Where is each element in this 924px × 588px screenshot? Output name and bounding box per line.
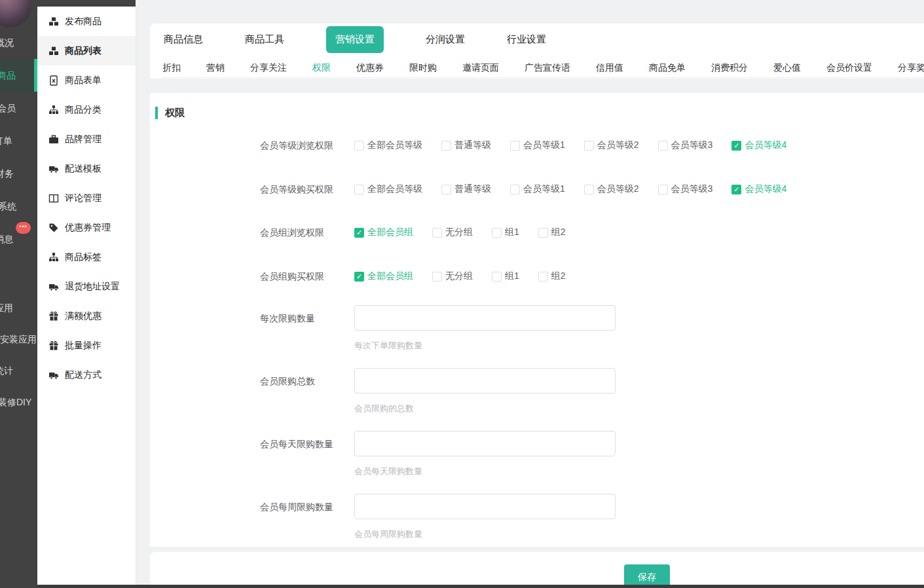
sidebar-item-install-app[interactable]: 安装应用 [0, 333, 37, 346]
checkbox-option[interactable]: 会员等级1 [510, 139, 565, 151]
checkbox-option[interactable]: ✓会员等级4 [731, 139, 786, 151]
checkbox-icon[interactable] [584, 141, 594, 151]
checkbox-icon[interactable] [354, 185, 364, 194]
tab-discount[interactable]: 折扣 [162, 60, 181, 77]
checkbox-icon[interactable] [510, 185, 520, 194]
checkbox-option[interactable]: 会员等级3 [658, 183, 713, 195]
member-total-limit-input[interactable] [354, 368, 616, 394]
checkbox-icon[interactable] [432, 228, 442, 238]
checkbox-option[interactable]: ✓全部会员组 [354, 227, 413, 238]
checkbox-option[interactable]: 普通等级 [441, 183, 491, 195]
checkbox-option[interactable]: ✓会员等级4 [731, 183, 786, 195]
tab-ad-slogan[interactable]: 广告宣传语 [525, 60, 570, 77]
checkbox-option[interactable]: 全部会员等级 [354, 139, 422, 151]
tab-flash-sale[interactable]: 限时购 [409, 60, 437, 77]
field-hint: 会员每天限购数量 [354, 466, 422, 477]
field-hint: 会员限购的总数 [354, 403, 414, 414]
menu-item-batch-operation[interactable]: 批量操作 [37, 331, 136, 360]
menu-item-shipping-template[interactable]: 配送模板 [37, 154, 136, 183]
sidebar-item-message[interactable]: 消息 [0, 232, 13, 246]
message-badge[interactable]: ••• [16, 222, 31, 234]
sidebar-item-product[interactable]: 商品 [0, 69, 16, 82]
tab-credit-value[interactable]: 信用值 [596, 60, 623, 77]
checkbox-icon[interactable] [538, 228, 548, 238]
sidebar-item-statistics[interactable]: 统计 [0, 364, 13, 377]
checkbox-options: 全部会员等级普通等级会员等级1会员等级2会员等级3✓会员等级4 [354, 138, 786, 153]
checkbox-checked-icon[interactable]: ✓ [354, 272, 364, 282]
checkbox-icon[interactable] [510, 141, 520, 151]
admin-screen: 概况商品会员订单财务系统消息应用安装应用统计装修DIY ••• 发布商品商品列表… [0, 0, 924, 588]
tab-marketing-settings[interactable]: 营销设置 [326, 26, 384, 53]
menu-item-product-form[interactable]: 商品表单 [37, 65, 136, 95]
gift-icon [48, 311, 59, 322]
menu-item-product-category[interactable]: 商品分类 [37, 95, 136, 124]
menu-item-brand-management[interactable]: 品牌管理 [37, 124, 136, 154]
checkbox-icon[interactable] [584, 185, 594, 194]
checkbox-icon[interactable] [538, 272, 548, 282]
checkbox-icon[interactable] [492, 272, 502, 282]
per-order-limit-input[interactable] [354, 305, 616, 331]
sidebar-item-finance[interactable]: 财务 [0, 167, 14, 180]
dark-sidebar: 概况商品会员订单财务系统消息应用安装应用统计装修DIY [0, 0, 37, 588]
sidebar-item-order[interactable]: 订单 [0, 134, 12, 147]
tab-member-price[interactable]: 会员价设置 [826, 60, 872, 77]
checkbox-icon[interactable] [658, 141, 668, 151]
menu-item-full-amount-discount[interactable]: 满额优惠 [37, 301, 136, 331]
checkbox-checked-icon[interactable]: ✓ [354, 228, 364, 238]
tab-coupon[interactable]: 优惠券 [356, 60, 384, 77]
tab-marketing[interactable]: 营销 [206, 60, 225, 77]
tab-profit-settings[interactable]: 分润设置 [426, 33, 465, 46]
checkbox-option[interactable]: 会员等级1 [510, 183, 565, 195]
checkbox-option[interactable]: 会员等级2 [584, 183, 639, 195]
menu-item-shipping-method[interactable]: 配送方式 [37, 360, 136, 390]
menu-item-label: 退货地址设置 [65, 281, 120, 293]
checkbox-icon[interactable] [441, 141, 451, 151]
tab-product-tools[interactable]: 商品工具 [245, 33, 284, 46]
checkbox-checked-icon[interactable]: ✓ [731, 141, 741, 151]
menu-item-return-address-settings[interactable]: 退货地址设置 [37, 272, 136, 301]
checkbox-option[interactable]: 组1 [492, 227, 519, 238]
menu-item-product-list[interactable]: 商品列表 [37, 36, 136, 65]
checkbox-option[interactable]: 组1 [492, 270, 519, 282]
sidebar-item-decorate-diy[interactable]: 装修DIY [0, 395, 31, 409]
checkbox-option[interactable]: 会员等级3 [658, 139, 713, 151]
checkbox-option[interactable]: 普通等级 [441, 139, 491, 151]
checkbox-icon[interactable] [441, 185, 451, 194]
checkbox-option[interactable]: 会员等级2 [584, 139, 639, 151]
checkbox-icon[interactable] [432, 272, 442, 282]
tab-permission[interactable]: 权限 [312, 60, 331, 77]
checkbox-icon[interactable] [354, 141, 364, 151]
sidebar-item-member[interactable]: 会员 [0, 101, 16, 115]
menu-sidebar: 发布商品商品列表商品表单商品分类品牌管理配送模板评论管理优惠券管理商品标签退货地… [37, 7, 136, 585]
menu-item-publish-product[interactable]: 发布商品 [37, 7, 136, 36]
checkbox-option[interactable]: 无分组 [432, 227, 473, 238]
tab-love-value[interactable]: 爱心值 [773, 60, 801, 77]
horizontal-scrollbar[interactable] [37, 585, 924, 588]
sidebar-item-overview[interactable]: 概况 [0, 36, 14, 49]
tab-product-free[interactable]: 商品免单 [649, 60, 686, 77]
sidebar-item-system[interactable]: 系统 [0, 200, 16, 213]
menu-item-coupon-management[interactable]: 优惠券管理 [37, 213, 136, 242]
member-daily-limit-input[interactable] [354, 431, 616, 456]
checkbox-option[interactable]: 组2 [538, 227, 566, 238]
tab-product-info[interactable]: 商品信息 [164, 33, 203, 46]
member-weekly-limit-input[interactable] [354, 494, 616, 519]
tab-invite-page[interactable]: 邀请页面 [462, 60, 499, 77]
tab-share-reward[interactable]: 分享奖 [898, 60, 924, 77]
checkbox-option[interactable]: ✓全部会员组 [354, 270, 413, 282]
section-title: 权限 [165, 107, 185, 119]
checkbox-option[interactable]: 全部会员等级 [354, 183, 422, 195]
checkbox-icon[interactable] [492, 228, 502, 238]
tab-consume-points[interactable]: 消费积分 [711, 60, 748, 77]
checkbox-option[interactable]: 组2 [538, 270, 566, 282]
checkbox-option[interactable]: 无分组 [432, 270, 473, 282]
avatar[interactable] [0, 0, 31, 28]
menu-item-label: 发布商品 [65, 16, 102, 28]
tab-share-follow[interactable]: 分享关注 [250, 60, 287, 77]
menu-item-comment-management[interactable]: 评论管理 [37, 183, 136, 213]
sidebar-item-app[interactable]: 应用 [0, 301, 13, 314]
checkbox-checked-icon[interactable]: ✓ [731, 185, 741, 194]
menu-item-product-tag[interactable]: 商品标签 [37, 242, 136, 272]
tab-industry-settings[interactable]: 行业设置 [507, 33, 546, 46]
checkbox-icon[interactable] [658, 185, 668, 194]
